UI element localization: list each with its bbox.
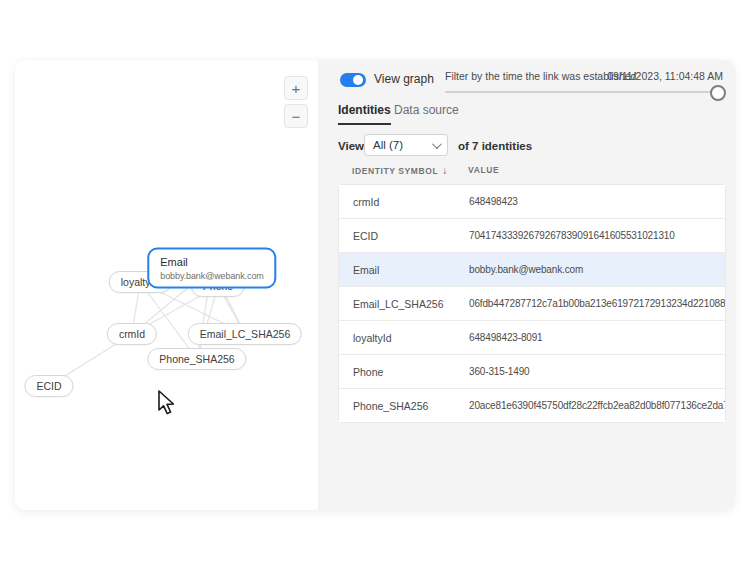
identities-table: crmId648498423ECID7041743339267926783909… xyxy=(338,184,726,423)
time-slider-handle[interactable] xyxy=(710,85,726,101)
identity-value-cell: 06fdb447287712c7a1b00ba213e6197217291323… xyxy=(469,298,725,309)
graph-node-ECID[interactable]: ECID xyxy=(24,375,73,397)
graph-node-sublabel: bobby.bank@webank.com xyxy=(160,271,263,281)
identity-value-cell: 70417433392679267839091641605531021310 xyxy=(469,230,725,241)
graph-node-label: Email xyxy=(160,256,263,268)
graph-node-Email[interactable]: Emailbobby.bank@webank.com xyxy=(147,248,276,289)
graph-node-label: ECID xyxy=(36,380,61,392)
identity-symbol-cell: crmId xyxy=(339,196,469,208)
identity-symbol-cell: Phone_SHA256 xyxy=(339,400,469,412)
chevron-down-icon xyxy=(432,139,442,149)
column-header-value[interactable]: VALUE xyxy=(468,165,499,175)
identities-count-label: of 7 identities xyxy=(458,140,532,152)
view-label: View xyxy=(338,140,364,152)
identity-symbol-cell: Email_LC_SHA256 xyxy=(339,298,469,310)
mouse-cursor-icon xyxy=(158,390,178,416)
table-row-loyaltyId[interactable]: loyaltyId648498423-8091 xyxy=(339,321,725,355)
table-row-ECID[interactable]: ECID704174333926792678390916416055310213… xyxy=(339,219,725,253)
graph-node-label: Phone_SHA256 xyxy=(159,353,234,365)
identity-value-cell: bobby.bank@webank.com xyxy=(469,264,725,275)
identity-symbol-cell: Email xyxy=(339,264,469,276)
graph-node-Email_LC_SHA256[interactable]: Email_LC_SHA256 xyxy=(188,323,302,345)
table-row-Email_LC_SHA256[interactable]: Email_LC_SHA25606fdb447287712c7a1b00ba21… xyxy=(339,287,725,321)
zoom-in-button[interactable]: + xyxy=(284,76,308,100)
identity-value-cell: 648498423-8091 xyxy=(469,332,725,343)
time-filter-value: 09/11/2023, 11:04:48 AM xyxy=(607,70,723,82)
graph-node-Phone_SHA256[interactable]: Phone_SHA256 xyxy=(147,348,246,370)
column-header-identity-symbol-label: IDENTITY SYMBOL xyxy=(352,166,438,176)
graph-panel[interactable]: loyaltyIdPhonecrmIdEmail_LC_SHA256Phone_… xyxy=(15,60,318,510)
identity-value-cell: 360-315-1490 xyxy=(469,366,725,377)
view-dropdown-value: All (7) xyxy=(373,139,403,151)
tab-identities[interactable]: Identities xyxy=(338,103,391,125)
identity-symbol-cell: ECID xyxy=(339,230,469,242)
tab-data-source[interactable]: Data source xyxy=(394,103,459,123)
sort-descending-icon: ↓ xyxy=(442,165,448,176)
toggle-knob xyxy=(353,75,363,85)
view-graph-label: View graph xyxy=(374,72,434,86)
view-dropdown[interactable]: All (7) xyxy=(364,134,448,156)
identities-panel: View graph Filter by the time the link w… xyxy=(318,60,735,510)
time-slider[interactable] xyxy=(445,91,717,93)
identity-value-cell: 648498423 xyxy=(469,196,725,207)
table-row-Phone[interactable]: Phone360-315-1490 xyxy=(339,355,725,389)
table-row-crmId[interactable]: crmId648498423 xyxy=(339,185,725,219)
identity-value-cell: 20ace81e6390f45750df28c22ffcb2ea82d0b8f0… xyxy=(469,400,725,411)
column-header-identity-symbol[interactable]: IDENTITY SYMBOL↓ xyxy=(352,165,448,176)
identity-graph-card: loyaltyIdPhonecrmIdEmail_LC_SHA256Phone_… xyxy=(15,60,735,510)
graph-node-label: crmId xyxy=(119,328,145,340)
identity-symbol-cell: loyaltyId xyxy=(339,332,469,344)
zoom-out-button[interactable]: − xyxy=(284,104,308,128)
table-row-Phone_SHA256[interactable]: Phone_SHA25620ace81e6390f45750df28c22ffc… xyxy=(339,389,725,422)
table-row-Email[interactable]: Emailbobby.bank@webank.com xyxy=(339,253,725,287)
graph-node-label: Email_LC_SHA256 xyxy=(200,328,290,340)
graph-node-crmId[interactable]: crmId xyxy=(107,323,157,345)
identity-symbol-cell: Phone xyxy=(339,366,469,378)
view-graph-toggle[interactable] xyxy=(340,73,366,87)
